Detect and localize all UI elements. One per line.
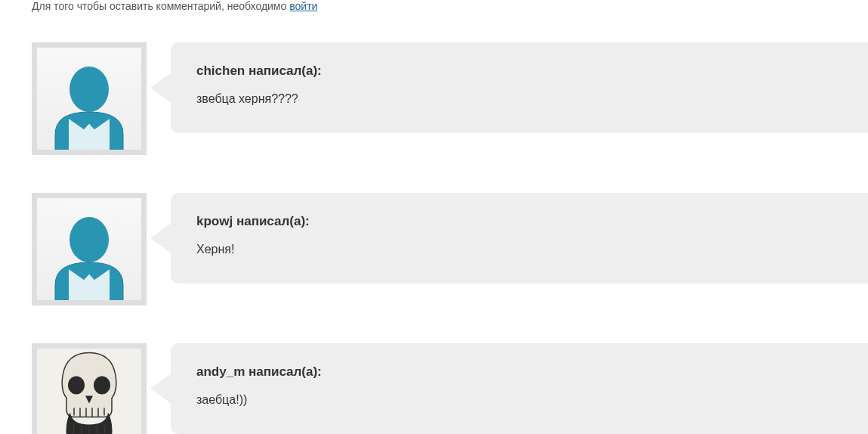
login-hint: Для того чтобы оставить комментарий, нео… [0, 0, 868, 23]
login-link[interactable]: войти [289, 0, 317, 12]
speech-tail [147, 73, 171, 103]
svg-point-3 [94, 376, 110, 394]
avatar-default-icon [37, 48, 141, 150]
comment-text: звебца херня???? [196, 92, 842, 106]
wrote-label: написал(а): [249, 64, 322, 78]
avatar-default-icon [37, 198, 141, 300]
comment-author-line: chichen написал(а): [196, 64, 842, 79]
comment-item: kpowj написал(а): Херня! [0, 174, 868, 324]
comment-bubble: andy_m написал(а): заебца!)) [171, 343, 868, 434]
wrote-label: написал(а): [236, 214, 310, 228]
comment-author[interactable]: andy_m [196, 364, 245, 379]
comment-author-line: kpowj написал(а): [196, 214, 842, 229]
comment-bubble: chichen написал(а): звебца херня???? [171, 42, 868, 133]
login-hint-text: Для того чтобы оставить комментарий, нео… [32, 0, 286, 12]
comment-text: Херня! [196, 243, 842, 256]
avatar[interactable] [32, 193, 147, 305]
comment-text: заебца!)) [196, 393, 842, 407]
svg-point-2 [68, 376, 85, 394]
wrote-label: написал(а): [249, 364, 322, 379]
svg-point-1 [70, 217, 109, 262]
comment-author[interactable]: chichen [196, 64, 245, 78]
svg-point-0 [70, 67, 109, 112]
comment-item: chichen написал(а): звебца херня???? [0, 23, 868, 174]
comment-item: andy_m написал(а): заебца!)) [0, 324, 868, 434]
comment-author[interactable]: kpowj [196, 214, 233, 228]
speech-tail [147, 374, 171, 404]
comment-author-line: andy_m написал(а): [196, 364, 842, 380]
speech-tail [147, 223, 171, 253]
avatar-skull-icon [37, 349, 141, 434]
comment-bubble: kpowj написал(а): Херня! [171, 193, 868, 284]
avatar[interactable] [32, 42, 147, 155]
avatar[interactable] [32, 343, 147, 434]
